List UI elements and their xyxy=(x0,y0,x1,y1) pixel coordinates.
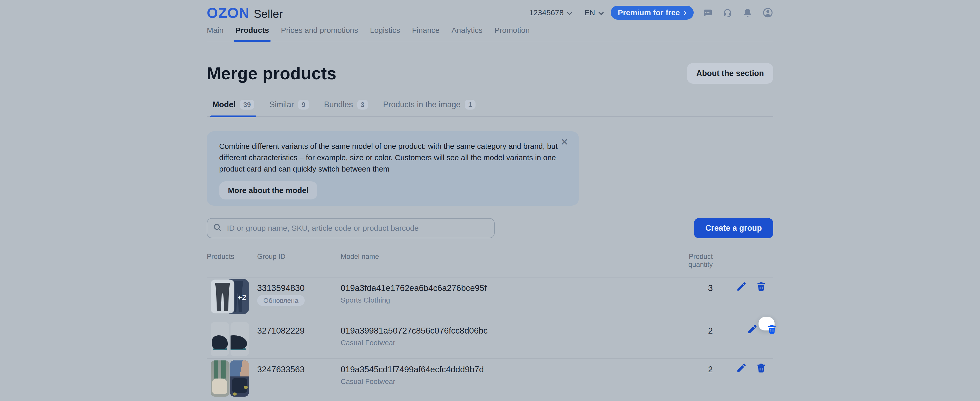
nav-item-products[interactable]: Products xyxy=(235,26,269,41)
tab-bundles[interactable]: Bundles 3 xyxy=(324,100,368,116)
profile-icon[interactable] xyxy=(762,7,773,18)
tab-label: Model xyxy=(212,100,236,109)
column-header-actions xyxy=(713,253,773,269)
delete-group-button[interactable] xyxy=(756,281,767,292)
active-tab-underline xyxy=(210,116,256,117)
nav-label: Finance xyxy=(412,26,440,34)
tab-model[interactable]: Model 39 xyxy=(212,100,254,116)
product-quantity: 2 xyxy=(682,359,713,399)
chat-icon[interactable] xyxy=(702,7,713,18)
tab-products-in-the-image[interactable]: Products in the image 1 xyxy=(383,100,476,116)
search-box[interactable] xyxy=(207,218,495,238)
thumbnail-image xyxy=(211,360,229,396)
model-name-cell: 019a3fda41e1762ea6b4c6a276bce95f Sports … xyxy=(340,277,682,320)
bell-icon[interactable] xyxy=(742,7,753,18)
thumbnail-art xyxy=(214,360,218,379)
tab-similar[interactable]: Similar 9 xyxy=(269,100,309,116)
nav-label: Analytics xyxy=(452,26,482,34)
trash-icon xyxy=(767,324,777,336)
thumbnail-art xyxy=(212,336,228,349)
premium-button-label: Premium for free xyxy=(618,8,680,17)
topbar-icons xyxy=(702,7,773,18)
search-icon xyxy=(213,223,222,233)
banner-text: Combine different variants of the same m… xyxy=(219,140,566,175)
tab-label: Bundles xyxy=(324,100,353,109)
ozon-seller-logo[interactable]: OZON Seller xyxy=(207,5,283,21)
top-header: OZON Seller 12345678 EN Premium for free… xyxy=(207,0,773,24)
nav-label: Promotion xyxy=(495,26,530,34)
model-category: Sports Clothing xyxy=(340,296,682,304)
account-id: 12345678 xyxy=(529,8,563,17)
search-input[interactable] xyxy=(226,223,488,233)
model-name: 019a39981a50727c856c076fcc8d06bc xyxy=(340,326,682,336)
active-nav-underline xyxy=(234,40,270,42)
tab-count-badge: 3 xyxy=(357,100,368,110)
nav-item-promotion[interactable]: Promotion xyxy=(495,26,530,41)
thumbnail-art xyxy=(221,360,226,379)
model-name: 019a3fda41e1762ea6b4c6a276bce95f xyxy=(340,283,682,293)
group-id-cell: 3247633563 xyxy=(257,359,340,399)
model-name-cell: 019a39981a50727c856c076fcc8d06bc Casual … xyxy=(340,320,682,358)
thumbnail-image xyxy=(230,360,249,396)
delete-group-button[interactable] xyxy=(756,363,767,373)
edit-group-button[interactable] xyxy=(747,324,758,334)
page-title-row: Merge products About the section xyxy=(207,63,773,84)
tab-count-badge: 1 xyxy=(465,100,476,110)
create-a-group-button[interactable]: Create a group xyxy=(694,218,773,238)
thumbnail-stack xyxy=(211,360,249,396)
section-tabs: Model 39 Similar 9 Bundles 3 Products in… xyxy=(207,100,773,117)
group-id: 3313594830 xyxy=(257,283,340,293)
column-header-group-id: Group ID xyxy=(257,253,340,269)
nav-label: Products xyxy=(235,26,269,34)
language-switcher[interactable]: EN xyxy=(584,8,604,17)
table-row[interactable]: +2 3313594830 Обновлена 019a3fda41e1762e… xyxy=(207,277,773,320)
groups-table: Products Group ID Model name Product qua… xyxy=(207,238,773,399)
nav-item-finance[interactable]: Finance xyxy=(412,26,440,41)
trash-icon xyxy=(756,281,767,293)
merge-products-page: OZON Seller 12345678 EN Premium for free… xyxy=(207,0,773,399)
tab-label: Products in the image xyxy=(383,100,461,109)
row-actions xyxy=(713,277,773,320)
more-about-the-model-button[interactable]: More about the model xyxy=(219,181,317,199)
thumbnail-art xyxy=(232,393,237,396)
nav-label: Logistics xyxy=(370,26,400,34)
group-id: 3271082229 xyxy=(257,326,340,336)
nav-label: Main xyxy=(207,26,224,34)
row-actions xyxy=(713,320,773,358)
nav-item-analytics[interactable]: Analytics xyxy=(452,26,482,41)
model-category: Casual Footwear xyxy=(340,377,682,386)
delete-group-button-highlighted[interactable] xyxy=(759,317,775,331)
headset-icon[interactable] xyxy=(722,7,733,18)
table-row[interactable]: 3271082229 019a39981a50727c856c076fcc8d0… xyxy=(207,320,773,359)
product-thumbnails: +2 xyxy=(207,277,257,320)
model-name: 019a3545cd1f7499af64ecfc4ddd9b7d xyxy=(340,364,682,374)
column-header-products: Products xyxy=(207,253,257,269)
thumbnail-art xyxy=(212,379,227,394)
nav-item-prices-and-promotions[interactable]: Prices and promotions xyxy=(281,26,358,41)
premium-button[interactable]: Premium for free › xyxy=(611,6,694,20)
banner-close-button[interactable]: ✕ xyxy=(558,136,571,148)
account-switcher[interactable]: 12345678 xyxy=(529,8,572,17)
about-the-section-button[interactable]: About the section xyxy=(687,63,773,84)
ozon-logo-text: OZON xyxy=(207,5,250,21)
list-toolbar: Create a group xyxy=(207,218,773,238)
group-id: 3247633563 xyxy=(257,364,340,374)
table-row[interactable]: 3247633563 019a3545cd1f7499af64ecfc4ddd9… xyxy=(207,359,773,399)
thumbnail-art xyxy=(230,360,249,376)
product-thumbnails xyxy=(207,359,257,399)
status-badge: Обновлена xyxy=(257,295,305,306)
nav-item-main[interactable]: Main xyxy=(207,26,224,41)
column-header-product-quantity: Product quantity xyxy=(682,253,713,269)
close-icon: ✕ xyxy=(560,137,568,147)
page-title: Merge products xyxy=(207,64,336,83)
edit-group-button[interactable] xyxy=(736,363,747,373)
chevron-down-icon xyxy=(567,8,573,17)
edit-group-button[interactable] xyxy=(736,281,747,292)
language-code: EN xyxy=(584,8,595,17)
model-name-cell: 019a3545cd1f7499af64ecfc4ddd9b7d Casual … xyxy=(340,359,682,399)
model-info-banner: ✕ Combine different variants of the same… xyxy=(207,131,579,206)
nav-item-logistics[interactable]: Logistics xyxy=(370,26,400,41)
pencil-icon xyxy=(736,363,747,374)
pencil-icon xyxy=(736,281,747,293)
thumbnail-stack xyxy=(211,322,249,356)
